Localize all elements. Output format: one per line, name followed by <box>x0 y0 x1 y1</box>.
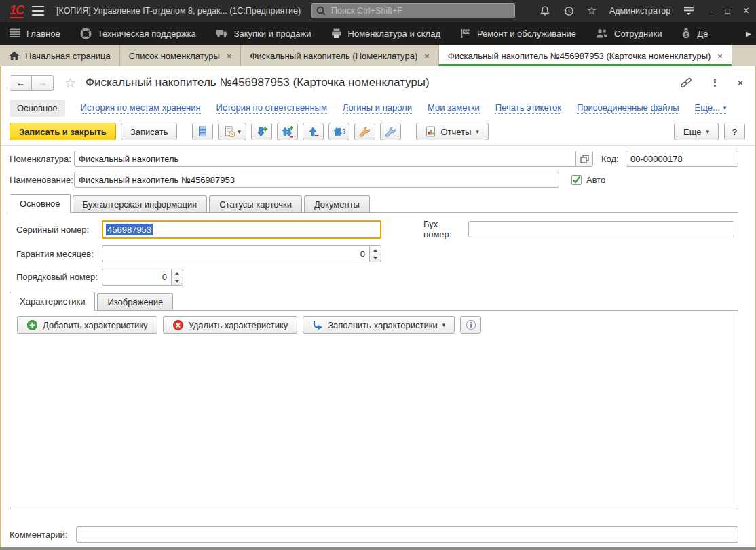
navlink-my-notes[interactable]: Мои заметки <box>428 102 480 114</box>
comment-input[interactable] <box>76 526 738 543</box>
chevron-down-icon: ▾ <box>723 105 727 111</box>
info-button[interactable] <box>460 316 481 334</box>
fill-characteristics-button[interactable]: Заполнить характеристики ▾ <box>303 316 455 334</box>
navlink-responsible-history[interactable]: История по ответственным <box>216 102 327 114</box>
service-settings-button[interactable] <box>354 123 375 140</box>
section-label: Техническая поддержка <box>98 28 196 39</box>
svg-text:?: ? <box>343 128 345 136</box>
navlink-main[interactable]: Основное <box>10 100 65 117</box>
tab-close-icon[interactable]: × <box>717 52 723 60</box>
tab-close-icon[interactable]: × <box>424 52 430 60</box>
moneybag-icon: $ <box>681 28 691 39</box>
fill-characteristics-label: Заполнить характеристики <box>328 320 438 330</box>
auto-checkbox[interactable] <box>571 175 582 185</box>
maximize-button[interactable]: □ <box>725 7 730 15</box>
navlink-logins-passwords[interactable]: Логины и пароли <box>343 102 412 114</box>
warranty-input[interactable]: 0 <box>102 245 369 262</box>
notifications-button[interactable] <box>540 5 550 16</box>
load-add-button[interactable] <box>251 123 272 140</box>
spinner-down-icon <box>373 257 377 260</box>
command-bar: Записать и закрыть Записать ▾ ? <box>1 123 755 146</box>
section-glavnoe[interactable]: Главное <box>10 28 60 39</box>
sections-overflow-button[interactable]: ▶ <box>742 22 751 45</box>
hamburger-icon <box>32 6 44 16</box>
printer-icon <box>331 28 342 39</box>
form-navigation: Основное История по местам хранения Исто… <box>10 100 745 117</box>
forward-button[interactable]: → <box>31 75 54 91</box>
add-characteristic-button[interactable]: Добавить характеристику <box>17 316 157 334</box>
spinner-down-button[interactable] <box>172 277 183 285</box>
back-button[interactable]: ← <box>10 75 32 91</box>
global-search[interactable] <box>311 3 515 18</box>
tab-accounting-info[interactable]: Бухгалтерская информация <box>73 195 208 212</box>
code-input[interactable] <box>626 151 738 167</box>
spinner-down-button[interactable] <box>370 254 381 262</box>
name-input[interactable] <box>74 172 559 188</box>
section-repair[interactable]: Ремонт и обслуживание <box>460 28 576 39</box>
save-and-close-button[interactable]: Записать и закрыть <box>10 123 116 140</box>
tab-fiscal-card-active[interactable]: Фискальный накопитель №456987953 (Карточ… <box>439 45 732 66</box>
save-button[interactable]: Записать <box>121 123 178 140</box>
get-link-button[interactable] <box>679 77 693 89</box>
change-history-button[interactable]: ▾ <box>218 123 246 140</box>
section-tech-support[interactable]: Техническая поддержка <box>80 28 196 39</box>
navlink-more[interactable]: Еще... ▾ <box>695 102 727 114</box>
search-input[interactable] <box>330 5 510 16</box>
reports-button[interactable]: Отчеты ▾ <box>416 123 488 140</box>
navlink-attached-files[interactable]: Присоединенные файлы <box>577 102 679 114</box>
tab-card-statuses[interactable]: Статусы карточки <box>209 195 302 212</box>
history-button[interactable] <box>563 5 574 16</box>
favorites-button[interactable]: ☆ <box>587 5 597 16</box>
form-content: ← → ☆ Фискальный накопитель №456987953 (… <box>0 66 756 547</box>
minimize-button[interactable]: – <box>707 7 712 16</box>
open-nomenclature-button[interactable] <box>575 151 593 167</box>
fill-arrow-icon <box>312 319 323 330</box>
reports-label: Отчеты <box>440 127 471 137</box>
add-to-favorites-button[interactable]: ☆ <box>64 77 76 90</box>
tab-home-page[interactable]: Начальная страница <box>0 45 120 66</box>
move-updown-add-remove-button[interactable] <box>277 123 298 140</box>
more-label: Еще <box>683 127 701 137</box>
current-user[interactable]: Администратор <box>609 6 670 16</box>
section-money[interactable]: $ Де <box>681 28 708 39</box>
section-purchases[interactable]: Закупки и продажи <box>216 28 311 39</box>
serial-input-focused[interactable]: 456987953 <box>102 220 381 239</box>
ordinal-input[interactable]: 0 <box>102 269 171 286</box>
more-button[interactable]: Еще ▾ <box>674 123 719 140</box>
ordinal-field: 0 <box>102 269 183 286</box>
tab-fiscal-nomenclature[interactable]: Фискальный накопитель (Номенклатура) × <box>241 45 438 66</box>
open-windows-tabbar: Начальная страница Список номенклатуры ×… <box>0 45 756 66</box>
spinner-down-icon <box>175 280 179 283</box>
subtab-image[interactable]: Изображение <box>97 293 173 310</box>
navlink-storage-history[interactable]: История по местам хранения <box>81 102 201 114</box>
main-menu-button[interactable] <box>32 6 44 16</box>
more-actions-button[interactable]: ⋮ <box>710 77 720 89</box>
tab-documents[interactable]: Документы <box>304 195 370 212</box>
tab-label: Фискальный накопитель №456987953 (Карточ… <box>448 51 711 61</box>
accounting-number-input[interactable] <box>468 221 734 237</box>
characteristics-tabs: Характеристики Изображение <box>10 293 738 311</box>
help-button[interactable]: ? <box>724 123 745 140</box>
tab-nomenclature-list[interactable]: Список номенклатуры × <box>120 45 242 66</box>
section-employees[interactable]: Сотрудники <box>596 28 662 39</box>
spinner-up-button[interactable] <box>172 269 183 277</box>
navlink-print-labels[interactable]: Печать этикеток <box>495 102 561 114</box>
spinner-up-button[interactable] <box>370 246 381 254</box>
delete-characteristic-button[interactable]: Удалить характеристику <box>163 316 298 334</box>
tab-main[interactable]: Основное <box>10 194 71 213</box>
move-up-remove-button[interactable] <box>303 123 324 140</box>
section-nomenclature[interactable]: Номенклатура и склад <box>331 28 440 39</box>
characteristics-toolbar: Добавить характеристику Удалить характер… <box>10 311 738 334</box>
lifebuoy-icon <box>80 28 92 39</box>
close-form-button[interactable]: × <box>737 77 744 89</box>
subtab-characteristics[interactable]: Характеристики <box>10 292 95 311</box>
tab-close-icon[interactable]: × <box>227 52 232 60</box>
updown-help-button[interactable]: ? <box>328 123 349 140</box>
nomenclature-input[interactable] <box>74 151 577 167</box>
admin-settings-button[interactable] <box>380 123 401 140</box>
svg-text:$: $ <box>685 32 688 38</box>
menu-list-icon <box>10 28 20 38</box>
close-window-button[interactable]: × <box>743 5 749 16</box>
subordination-structure-button[interactable] <box>192 123 213 140</box>
service-menu-button[interactable] <box>683 6 694 16</box>
